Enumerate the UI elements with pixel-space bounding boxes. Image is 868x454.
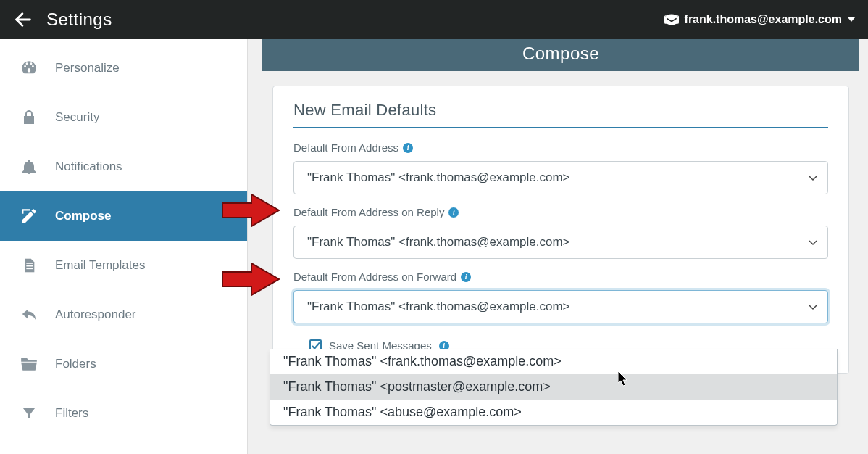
info-icon[interactable]: i [461,272,471,282]
sidebar-item-filters[interactable]: Filters [0,389,247,438]
compose-icon [19,207,39,226]
sidebar-item-personalize[interactable]: Personalize [0,44,247,93]
info-icon[interactable]: i [448,207,459,218]
dropdown-option[interactable]: "Frank Thomas" <abuse@example.com> [270,400,837,425]
chevron-down-icon [809,300,817,314]
mail-icon [664,14,679,25]
account-menu[interactable]: frank.thomas@example.com [664,13,855,26]
folder-icon [19,356,39,372]
reply-icon [19,307,39,323]
default-from-select[interactable]: "Frank Thomas" <frank.thomas@example.com… [293,161,828,194]
forward-from-dropdown[interactable]: "Frank Thomas" <frank.thomas@example.com… [270,349,838,426]
sidebar-item-security[interactable]: Security [0,93,247,142]
sidebar-item-autoresponder[interactable]: Autoresponder [0,290,247,339]
chevron-down-icon [809,235,817,249]
sidebar: Personalize Security Notifications Compo… [0,39,248,454]
sidebar-item-label: Notifications [55,160,122,174]
top-bar: Settings frank.thomas@example.com [0,0,868,39]
default-from-reply-label: Default From Address on Reply i [293,206,828,218]
gauge-icon [19,59,39,78]
sidebar-item-notifications[interactable]: Notifications [0,142,247,191]
sidebar-item-folders[interactable]: Folders [0,339,247,389]
svg-rect-3 [26,268,33,269]
info-icon[interactable]: i [403,143,413,153]
caret-down-icon [848,17,855,22]
sidebar-item-email-templates[interactable]: Email Templates [0,241,247,290]
sidebar-item-label: Compose [55,209,111,223]
main-panel: Compose New Email Defaults Default From … [248,39,868,454]
sidebar-item-label: Personalize [55,61,120,75]
section-title: Compose [262,39,859,71]
svg-rect-2 [26,265,33,266]
sidebar-item-compose[interactable]: Compose [0,191,247,241]
account-email: frank.thomas@example.com [685,13,842,26]
svg-rect-1 [26,263,33,263]
default-from-reply-select[interactable]: "Frank Thomas" <frank.thomas@example.com… [293,226,828,259]
new-email-defaults-card: New Email Defaults Default From Address … [272,86,849,374]
sidebar-item-label: Filters [55,406,88,421]
sidebar-item-label: Email Templates [55,258,145,273]
sidebar-item-label: Folders [55,357,96,371]
default-from-forward-label: Default From Address on Forward i [293,271,828,283]
filter-icon [19,405,39,422]
chevron-down-icon [809,170,817,185]
page-title: Settings [46,9,112,30]
default-from-forward-select[interactable]: "Frank Thomas" <frank.thomas@example.com… [293,290,828,323]
lock-icon [19,108,39,127]
dropdown-option[interactable]: "Frank Thomas" <frank.thomas@example.com… [270,349,837,374]
document-icon [19,256,39,275]
sidebar-item-label: Security [55,110,99,125]
back-button[interactable] [13,9,33,30]
back-arrow-icon [13,9,33,30]
default-from-label: Default From Address i [293,141,828,154]
card-title: New Email Defaults [293,101,828,128]
dropdown-option[interactable]: "Frank Thomas" <postmaster@example.com> [270,374,837,400]
sidebar-item-label: Autoresponder [55,308,136,322]
bell-icon [19,157,39,176]
